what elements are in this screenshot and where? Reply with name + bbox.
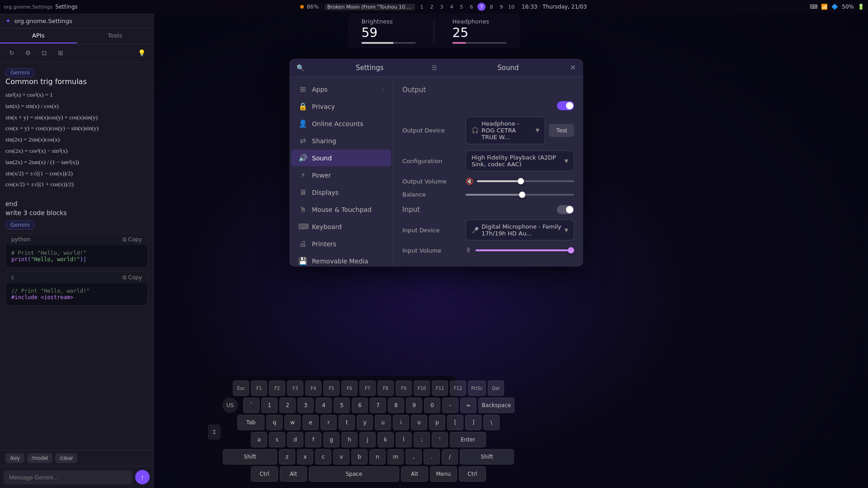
key-u[interactable]: u <box>375 415 391 430</box>
output-volume-track[interactable] <box>477 180 574 182</box>
balance-slider[interactable] <box>466 194 574 196</box>
key-f5[interactable]: F5 <box>323 380 340 396</box>
config-select[interactable]: High Fidelity Playback (A2DP Sink, codec… <box>466 150 574 171</box>
balance-track[interactable] <box>466 194 574 196</box>
key-r[interactable]: r <box>321 415 337 430</box>
settings-search-icon[interactable]: 🔍 <box>297 64 304 71</box>
input-toggle[interactable] <box>557 205 574 214</box>
key-s[interactable]: s <box>269 432 285 447</box>
key-btn[interactable]: /key <box>5 453 24 463</box>
settings-close-btn[interactable]: ✕ <box>570 63 576 72</box>
nav-printers[interactable]: 🖨 Printers <box>291 235 391 252</box>
key-g[interactable]: g <box>323 432 340 447</box>
key-z[interactable]: z <box>279 449 295 465</box>
balance-thumb[interactable] <box>519 192 525 198</box>
key-backslash[interactable]: \ <box>483 415 500 430</box>
nav-sound[interactable]: 🔊 Sound <box>291 150 391 166</box>
nav-displays[interactable]: 🖥 Displays <box>291 184 391 201</box>
key-6[interactable]: 6 <box>352 398 368 413</box>
ws-6[interactable]: 6 <box>467 3 476 11</box>
clear-btn[interactable]: /clear <box>55 453 77 463</box>
key-n[interactable]: n <box>369 449 386 465</box>
key-slash[interactable]: / <box>442 449 458 465</box>
key-lctrl[interactable]: Ctrl <box>251 466 278 482</box>
key-i[interactable]: i <box>393 415 409 430</box>
nav-keyboard[interactable]: ⌨ Keyboard <box>291 218 391 235</box>
key-c[interactable]: c <box>315 449 331 465</box>
key-7[interactable]: 7 <box>370 398 386 413</box>
nav-sharing[interactable]: ⇄ Sharing <box>291 132 391 149</box>
key-4[interactable]: 4 <box>316 398 332 413</box>
input-volume-slider[interactable]: 🎙 <box>466 247 574 254</box>
key-q[interactable]: q <box>266 415 283 430</box>
nav-privacy[interactable]: 🔒 Privacy <box>291 98 391 115</box>
code-copy-c[interactable]: ⧉ Copy <box>123 274 142 281</box>
key-o[interactable]: o <box>411 415 427 430</box>
key-f1[interactable]: F1 <box>251 380 267 396</box>
key-backspace[interactable]: Backspace <box>478 398 514 413</box>
nav-online-accounts[interactable]: 👤 Online Accounts <box>291 115 391 132</box>
key-v[interactable]: v <box>333 449 349 465</box>
ws-4[interactable]: 4 <box>448 3 456 11</box>
ws-5[interactable]: 5 <box>458 3 466 11</box>
code-copy-python[interactable]: ⧉ Copy <box>123 236 142 243</box>
test-button[interactable]: Test <box>549 124 574 137</box>
output-volume-slider[interactable]: 🔇 <box>466 178 574 185</box>
key-f6[interactable]: F6 <box>341 380 358 396</box>
key-w[interactable]: w <box>284 415 301 430</box>
key-f4[interactable]: F4 <box>305 380 321 396</box>
ws-1[interactable]: 1 <box>418 3 426 11</box>
nav-power[interactable]: ⚡ Power <box>291 167 391 183</box>
key-f9[interactable]: F9 <box>396 380 412 396</box>
key-lbracket[interactable]: [ <box>447 415 463 430</box>
key-d[interactable]: d <box>287 432 303 447</box>
ws-10[interactable]: 10 <box>507 3 515 11</box>
ws-7[interactable]: 7 <box>477 3 486 11</box>
key-menu[interactable]: Menu <box>430 466 457 482</box>
key-lshift[interactable]: Shift <box>223 449 277 465</box>
nav-removable[interactable]: 💾 Removable Media <box>291 253 391 267</box>
key-rbracket[interactable]: ] <box>465 415 481 430</box>
key-5[interactable]: 5 <box>334 398 350 413</box>
ws-3[interactable]: 3 <box>438 3 446 11</box>
key-e[interactable]: e <box>302 415 319 430</box>
key-equals[interactable]: = <box>460 398 476 413</box>
key-f[interactable]: f <box>305 432 321 447</box>
refresh-icon[interactable]: ↻ <box>5 47 18 59</box>
key-2[interactable]: 2 <box>279 398 296 413</box>
key-y[interactable]: y <box>357 415 373 430</box>
input-device-select[interactable]: 🎤 Digital Microphone - Family 17h/19h HD… <box>466 220 574 240</box>
key-l[interactable]: l <box>396 432 412 447</box>
output-toggle-btn[interactable] <box>557 101 574 110</box>
key-9[interactable]: 9 <box>406 398 422 413</box>
key-semicolon[interactable]: ; <box>414 432 430 447</box>
key-p[interactable]: p <box>429 415 445 430</box>
key-b[interactable]: b <box>351 449 368 465</box>
key-m[interactable]: m <box>387 449 404 465</box>
key-space[interactable]: Space <box>309 466 399 482</box>
key-lalt[interactable]: Alt <box>280 466 307 482</box>
bulb-icon[interactable]: 💡 <box>135 47 148 59</box>
tab-tools[interactable]: Tools <box>77 28 154 43</box>
input-volume-thumb[interactable] <box>568 247 574 253</box>
model-btn[interactable]: /model <box>27 453 52 463</box>
tab-apis[interactable]: APIs <box>0 28 77 43</box>
output-device-select[interactable]: 🎧 Headphone - ROG CETRA TRUE W... ▼ <box>466 117 545 144</box>
key-rshift[interactable]: Shift <box>460 449 514 465</box>
key-h[interactable]: h <box>341 432 358 447</box>
key-enter[interactable]: Enter <box>450 432 486 447</box>
key-f8[interactable]: F8 <box>377 380 394 396</box>
send-btn[interactable]: ↑ <box>135 470 150 484</box>
key-f7[interactable]: F7 <box>359 380 376 396</box>
ws-8[interactable]: 8 <box>487 3 495 11</box>
key-f11[interactable]: F11 <box>432 380 448 396</box>
message-input[interactable] <box>4 470 132 484</box>
key-k[interactable]: k <box>377 432 394 447</box>
key-tab[interactable]: Tab <box>237 415 264 430</box>
key-x[interactable]: x <box>297 449 313 465</box>
settings-icon[interactable]: ⚙ <box>22 47 34 59</box>
key-esc[interactable]: Esc <box>233 380 249 396</box>
key-f10[interactable]: F10 <box>414 380 430 396</box>
key-3[interactable]: 3 <box>297 398 314 413</box>
key-f12[interactable]: F12 <box>450 380 466 396</box>
